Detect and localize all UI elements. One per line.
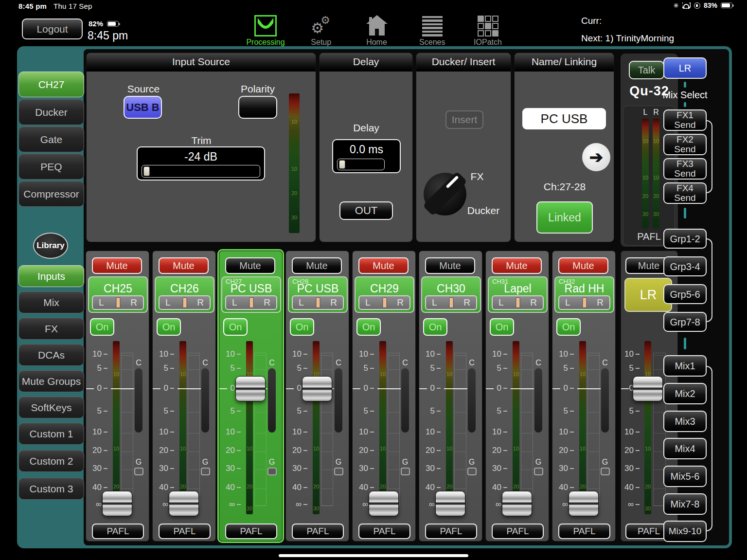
mix3-button[interactable]: Mix3 [663, 411, 707, 432]
next-channel-arrow-button[interactable]: ➔ [582, 143, 610, 171]
fader-handle[interactable] [235, 376, 266, 401]
channel-name-plate[interactable]: CH30 L R [421, 276, 481, 313]
fx2-send-button[interactable]: FX2Send [663, 134, 707, 155]
pafl-button[interactable]: PAFL [425, 524, 477, 539]
channel-name-plate[interactable]: CH27 PC USB L R [221, 276, 281, 313]
pafl-button[interactable]: PAFL [558, 524, 610, 539]
mix4-button[interactable]: Mix4 [663, 438, 707, 459]
pafl-button[interactable]: PAFL [225, 524, 277, 539]
tab-dcas[interactable]: DCAs [18, 344, 84, 366]
mix1-button[interactable]: Mix1 [663, 355, 707, 377]
fader-handle[interactable] [369, 491, 399, 516]
channel-name-plate[interactable]: CH25 L R [88, 276, 148, 313]
mute-button[interactable]: Mute [425, 257, 475, 274]
tab-fx[interactable]: FX [18, 318, 84, 340]
pan-thumb[interactable] [582, 297, 587, 308]
tab-mute-groups[interactable]: Mute Groups [18, 370, 84, 392]
mix9-10-button[interactable]: Mix9-10 [663, 521, 707, 542]
tab-inputs[interactable]: Inputs [18, 265, 84, 287]
mute-button[interactable]: Mute [358, 257, 409, 274]
polarity-button[interactable] [238, 96, 277, 119]
delay-slider-handle[interactable] [339, 160, 345, 169]
pan-thumb[interactable] [449, 297, 453, 308]
linked-button[interactable]: Linked [536, 201, 593, 234]
tab-channel[interactable]: CH27 [18, 72, 84, 97]
tab-softkeys[interactable]: SoftKeys [18, 397, 84, 418]
fx1-send-button[interactable]: FX1Send [663, 109, 707, 131]
fader-handle[interactable] [502, 491, 532, 516]
pan-thumb[interactable] [316, 297, 320, 308]
tab-gate[interactable]: Gate [18, 126, 84, 152]
pafl-button[interactable]: PAFL [92, 524, 144, 539]
channel-name-field[interactable]: PC USB [522, 108, 606, 129]
logout-button[interactable]: Logout [22, 18, 83, 39]
pan-control[interactable]: L R [425, 295, 477, 310]
grp7-8-button[interactable]: Grp7-8 [663, 312, 707, 332]
on-button[interactable]: On [423, 318, 447, 336]
delay-slider[interactable] [337, 159, 385, 170]
fader-handle[interactable] [435, 491, 465, 516]
mute-button[interactable]: Mute [92, 257, 142, 274]
tab-compressor[interactable]: Compressor [18, 181, 84, 207]
mix2-button[interactable]: Mix2 [663, 383, 707, 404]
pan-control[interactable]: L R [92, 295, 144, 310]
on-button[interactable]: On [356, 318, 381, 336]
channel-name-plate[interactable]: CH26 L R [155, 276, 214, 313]
pafl-button[interactable]: PAFL [159, 524, 211, 539]
mute-button[interactable]: Mute [558, 257, 608, 274]
tab-ducker[interactable]: Ducker [18, 99, 84, 125]
on-button[interactable]: On [556, 318, 581, 336]
pan-thumb[interactable] [249, 297, 253, 308]
mute-button[interactable]: Mute [159, 257, 209, 274]
grp1-2-button[interactable]: Grp1-2 [663, 229, 707, 249]
on-button[interactable]: On [223, 318, 248, 336]
mute-button[interactable]: Mute [225, 257, 275, 274]
on-button[interactable]: On [90, 318, 114, 336]
pan-control[interactable]: L R [292, 295, 344, 310]
nav-iopatch[interactable]: IOPatch [462, 13, 514, 47]
tab-custom2[interactable]: Custom 2 [18, 450, 84, 472]
pafl-button[interactable]: PAFL [358, 524, 410, 539]
fader-handle[interactable] [102, 491, 132, 516]
grp3-4-button[interactable]: Grp3-4 [663, 256, 707, 276]
pan-control[interactable]: L R [558, 295, 610, 310]
mix5-6-button[interactable]: Mix5-6 [663, 466, 707, 487]
on-button[interactable]: On [157, 318, 181, 336]
fx4-send-button[interactable]: FX4Send [663, 182, 707, 204]
grp5-6-button[interactable]: Grp5-6 [663, 284, 707, 304]
pan-control[interactable]: L R [492, 295, 544, 310]
home-indicator[interactable] [279, 554, 468, 557]
fader-handle[interactable] [569, 491, 599, 516]
pan-thumb[interactable] [182, 297, 187, 308]
channel-name-plate[interactable]: CH32 Rad HH L R [554, 276, 614, 313]
delay-out-button[interactable]: OUT [339, 201, 393, 220]
fader-handle[interactable] [169, 491, 199, 516]
channel-name-plate[interactable]: CH28 PC USB L R [288, 276, 348, 313]
fader-handle[interactable] [302, 376, 332, 401]
ducker-fx-knob[interactable] [424, 173, 466, 216]
tab-custom3[interactable]: Custom 3 [18, 478, 84, 500]
nav-scenes[interactable]: Scenes [406, 13, 459, 47]
pan-control[interactable]: L R [358, 295, 410, 310]
talk-button[interactable]: Talk [629, 61, 664, 79]
mute-button[interactable]: Mute [492, 257, 542, 274]
insert-button[interactable]: Insert [445, 110, 483, 129]
nav-setup[interactable]: ⚙⚙ Setup [295, 13, 347, 47]
trim-slider-handle[interactable] [143, 166, 150, 176]
library-button[interactable]: Library [33, 233, 68, 259]
mix7-8-button[interactable]: Mix7-8 [663, 493, 707, 515]
trim-slider[interactable] [142, 165, 260, 178]
pan-thumb[interactable] [516, 297, 520, 308]
pafl-button[interactable]: PAFL [292, 524, 344, 539]
pan-control[interactable]: L R [225, 295, 277, 310]
pan-thumb[interactable] [116, 297, 120, 308]
channel-name-plate[interactable]: CH31 Lapel L R [488, 276, 548, 313]
nav-processing[interactable]: Processing [239, 13, 292, 47]
pafl-button[interactable]: PAFL [492, 524, 544, 539]
tab-peq[interactable]: PEQ [18, 154, 84, 180]
on-button[interactable]: On [490, 318, 514, 336]
channel-name-plate[interactable]: CH29 L R [355, 276, 414, 313]
on-button[interactable]: On [290, 318, 314, 336]
pan-control[interactable]: L R [159, 295, 211, 310]
nav-home[interactable]: Home [351, 13, 403, 47]
